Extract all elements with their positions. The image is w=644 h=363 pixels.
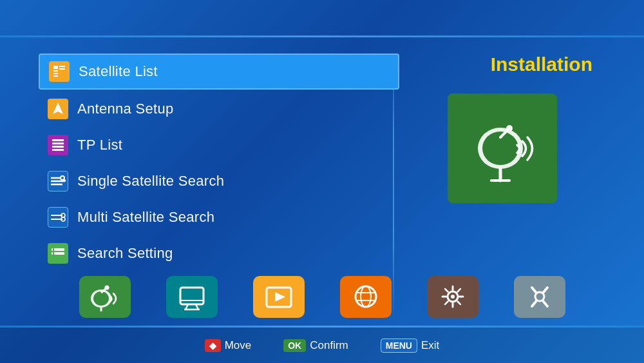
svg-marker-6 — [53, 103, 63, 114]
antenna-icon — [48, 99, 68, 119]
svg-rect-7 — [52, 139, 64, 141]
tp-list-icon — [48, 135, 68, 155]
icon-media-button[interactable] — [253, 276, 305, 318]
move-badge: ◆ — [205, 339, 221, 352]
svg-point-58 — [535, 292, 544, 301]
menu-section: Satellite List Antenna Setup TP List — [39, 54, 399, 270]
svg-rect-8 — [52, 142, 64, 144]
satellite-list-label: Satellite List — [79, 63, 158, 80]
exit-control: MENU Exit — [381, 338, 440, 353]
icon-globe-button[interactable] — [340, 276, 392, 318]
svg-rect-3 — [53, 75, 58, 77]
svg-rect-10 — [52, 149, 64, 151]
svg-line-55 — [445, 302, 448, 305]
svg-rect-35 — [180, 288, 204, 304]
svg-marker-41 — [275, 292, 285, 302]
right-section: Installation — [399, 54, 605, 203]
svg-rect-0 — [53, 66, 58, 69]
ok-badge: OK — [283, 339, 306, 352]
menu-item-single-satellite[interactable]: Single Satellite Search — [39, 164, 399, 198]
confirm-label: Confirm — [310, 339, 348, 352]
svg-rect-23 — [53, 251, 54, 256]
tp-list-label: TP List — [77, 137, 122, 153]
search-setting-icon — [48, 243, 68, 264]
menu-item-tp-list[interactable]: TP List — [39, 128, 399, 162]
icon-settings-button[interactable] — [427, 276, 478, 318]
svg-point-33 — [104, 286, 109, 290]
move-control: ◆ Move — [205, 339, 252, 352]
icon-satellite-button[interactable] — [79, 276, 131, 318]
svg-point-31 — [93, 291, 109, 306]
single-satellite-label: Single Satellite Search — [77, 173, 224, 190]
svg-line-54 — [457, 289, 460, 292]
svg-rect-9 — [52, 146, 64, 148]
svg-rect-2 — [53, 73, 58, 74]
installation-title: Installation — [491, 54, 592, 75]
svg-rect-4 — [59, 66, 65, 67]
multi-satellite-label: Multi Satellite Search — [77, 209, 214, 226]
svg-rect-1 — [53, 70, 58, 72]
footer: ◆ Move OK Confirm MENU Exit — [0, 328, 644, 363]
menu-badge: MENU — [381, 338, 417, 353]
satellite-list-icon — [49, 61, 70, 82]
menu-item-satellite-list[interactable]: Satellite List — [39, 54, 399, 90]
icon-tv-button[interactable] — [166, 276, 218, 318]
search-setting-label: Search Setting — [77, 245, 173, 262]
svg-point-47 — [451, 295, 455, 299]
svg-rect-5 — [59, 68, 65, 70]
confirm-control: OK Confirm — [283, 339, 348, 352]
multi-search-icon — [48, 207, 68, 228]
svg-point-43 — [361, 286, 371, 307]
svg-point-27 — [506, 125, 513, 132]
svg-line-53 — [457, 302, 460, 305]
bottom-icon-bar — [0, 271, 644, 323]
svg-point-42 — [355, 286, 376, 307]
move-label: Move — [225, 339, 252, 352]
menu-item-multi-satellite[interactable]: Multi Satellite Search — [39, 201, 399, 234]
icon-tools-button[interactable] — [514, 276, 565, 318]
menu-item-search-setting[interactable]: Search Setting — [39, 237, 399, 270]
menu-item-antenna-setup[interactable]: Antenna Setup — [39, 92, 399, 126]
svg-line-52 — [445, 289, 448, 292]
exit-label: Exit — [421, 339, 439, 352]
single-search-icon — [48, 171, 68, 191]
preview-box — [448, 93, 557, 203]
antenna-setup-label: Antenna Setup — [77, 101, 173, 117]
